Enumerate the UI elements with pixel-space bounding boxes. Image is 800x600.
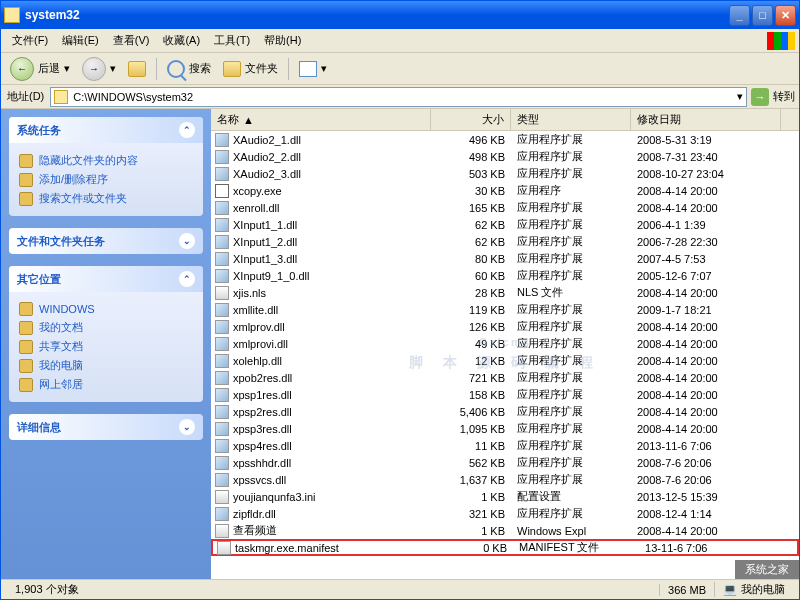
sidebar-panel: 其它位置⌃WINDOWS我的文档共享文档我的电脑网上邻居 — [9, 266, 203, 402]
file-row[interactable]: xpob2res.dll721 KB应用程序扩展2008-4-14 20:00 — [211, 369, 799, 386]
addressbar: 地址(D) ▾ → 转到 — [1, 85, 799, 109]
panel-link[interactable]: 共享文档 — [19, 337, 193, 356]
panel-link[interactable]: 网上邻居 — [19, 375, 193, 394]
column-size[interactable]: 大小 — [431, 109, 511, 130]
panel-title: 文件和文件夹任务 — [17, 234, 105, 249]
file-row[interactable]: xolehlp.dll12 KB应用程序扩展2008-4-14 20:00 — [211, 352, 799, 369]
forward-arrow-icon: → — [82, 57, 106, 81]
address-input[interactable] — [73, 91, 737, 103]
menu-tools[interactable]: 工具(T) — [207, 31, 257, 50]
file-row[interactable]: xpsp3res.dll1,095 KB应用程序扩展2008-4-14 20:0… — [211, 420, 799, 437]
file-type: 应用程序扩展 — [511, 132, 631, 147]
file-name: xmlprovi.dll — [233, 338, 288, 350]
file-name: xpssvcs.dll — [233, 474, 286, 486]
folders-button[interactable]: 文件夹 — [218, 58, 283, 80]
close-button[interactable]: ✕ — [775, 5, 796, 26]
file-name: XAudio2_2.dll — [233, 151, 301, 163]
folder-icon — [54, 90, 68, 104]
back-button[interactable]: ← 后退 ▾ — [5, 54, 75, 84]
up-button[interactable] — [123, 58, 151, 80]
file-row[interactable]: xmllite.dll119 KB应用程序扩展2009-1-7 18:21 — [211, 301, 799, 318]
sidebar-panel: 系统任务⌃隐藏此文件夹的内容添加/删除程序搜索文件或文件夹 — [9, 117, 203, 216]
menu-view[interactable]: 查看(V) — [106, 31, 157, 50]
panel-link[interactable]: 我的电脑 — [19, 356, 193, 375]
window-title: system32 — [25, 8, 729, 22]
link-icon — [19, 378, 33, 392]
separator — [288, 58, 289, 80]
file-name: XInput1_2.dll — [233, 236, 297, 248]
panel-header[interactable]: 文件和文件夹任务⌄ — [9, 228, 203, 254]
panel-link[interactable]: 我的文档 — [19, 318, 193, 337]
file-date: 2008-4-14 20:00 — [631, 321, 781, 333]
address-input-container[interactable]: ▾ — [50, 87, 747, 107]
file-name: xmlprov.dll — [233, 321, 285, 333]
file-type: 应用程序扩展 — [511, 268, 631, 283]
file-row[interactable]: xenroll.dll165 KB应用程序扩展2008-4-14 20:00 — [211, 199, 799, 216]
link-icon — [19, 321, 33, 335]
search-button[interactable]: 搜索 — [162, 57, 216, 81]
file-size: 0 KB — [433, 542, 513, 554]
file-name: xpsp3res.dll — [233, 423, 292, 435]
file-row[interactable]: xpsp1res.dll158 KB应用程序扩展2008-4-14 20:00 — [211, 386, 799, 403]
menu-favorites[interactable]: 收藏(A) — [156, 31, 207, 50]
file-name: xpsp1res.dll — [233, 389, 292, 401]
minimize-button[interactable]: _ — [729, 5, 750, 26]
file-size: 1,637 KB — [431, 474, 511, 486]
file-row[interactable]: xpsp2res.dll5,406 KB应用程序扩展2008-4-14 20:0… — [211, 403, 799, 420]
file-date: 2008-4-14 20:00 — [631, 338, 781, 350]
file-row[interactable]: xpssvcs.dll1,637 KB应用程序扩展2008-7-6 20:06 — [211, 471, 799, 488]
panel-title: 其它位置 — [17, 272, 61, 287]
file-row[interactable]: XAudio2_2.dll498 KB应用程序扩展2008-7-31 23:40 — [211, 148, 799, 165]
column-name[interactable]: 名称 ▲ — [211, 109, 431, 130]
file-row[interactable]: XAudio2_1.dll496 KB应用程序扩展2008-5-31 3:19 — [211, 131, 799, 148]
file-row[interactable]: xcopy.exe30 KB应用程序2008-4-14 20:00 — [211, 182, 799, 199]
file-icon — [215, 167, 229, 181]
file-row[interactable]: XInput1_3.dll80 KB应用程序扩展2007-4-5 7:53 — [211, 250, 799, 267]
go-button[interactable]: → — [751, 88, 769, 106]
menu-edit[interactable]: 编辑(E) — [55, 31, 106, 50]
link-text: 添加/删除程序 — [39, 172, 108, 187]
file-row[interactable]: XAudio2_3.dll503 KB应用程序扩展2008-10-27 23:0… — [211, 165, 799, 182]
file-name: zipfldr.dll — [233, 508, 276, 520]
file-row[interactable]: xjis.nls28 KBNLS 文件2008-4-14 20:00 — [211, 284, 799, 301]
file-type: 应用程序扩展 — [511, 336, 631, 351]
file-row[interactable]: youjianqunfa3.ini1 KB配置设置2013-12-5 15:39 — [211, 488, 799, 505]
file-row[interactable]: xpsshhdr.dll562 KB应用程序扩展2008-7-6 20:06 — [211, 454, 799, 471]
menu-help[interactable]: 帮助(H) — [257, 31, 308, 50]
file-row[interactable]: taskmgr.exe.manifest0 KBMANIFEST 文件 13-1… — [211, 539, 799, 556]
file-row[interactable]: XInput1_1.dll62 KB应用程序扩展2006-4-1 1:39 — [211, 216, 799, 233]
file-row[interactable]: xmlprovi.dll49 KB应用程序扩展2008-4-14 20:00 — [211, 335, 799, 352]
forward-button[interactable]: → ▾ — [77, 54, 121, 84]
file-row[interactable]: XInput9_1_0.dll60 KB应用程序扩展2005-12-6 7:07 — [211, 267, 799, 284]
file-row[interactable]: zipfldr.dll321 KB应用程序扩展2008-12-4 1:14 — [211, 505, 799, 522]
file-row[interactable]: xmlprov.dll126 KB应用程序扩展2008-4-14 20:00 — [211, 318, 799, 335]
file-type: 应用程序扩展 — [511, 353, 631, 368]
panel-header[interactable]: 其它位置⌃ — [9, 266, 203, 292]
file-icon — [215, 490, 229, 504]
panel-header[interactable]: 详细信息⌄ — [9, 414, 203, 440]
panel-link[interactable]: WINDOWS — [19, 300, 193, 318]
menu-file[interactable]: 文件(F) — [5, 31, 55, 50]
panel-link[interactable]: 搜索文件或文件夹 — [19, 189, 193, 208]
dropdown-icon[interactable]: ▾ — [737, 90, 743, 103]
file-type: 应用程序扩展 — [511, 370, 631, 385]
file-type: 应用程序扩展 — [511, 506, 631, 521]
file-name: xjis.nls — [233, 287, 266, 299]
file-list: Gxlcms 脚 本 源 码 编 程 名称 ▲ 大小 类型 修改日期 XAudi… — [211, 109, 799, 579]
maximize-button[interactable]: □ — [752, 5, 773, 26]
file-size: 126 KB — [431, 321, 511, 333]
file-row[interactable]: xpsp4res.dll11 KB应用程序扩展2013-11-6 7:06 — [211, 437, 799, 454]
file-row[interactable]: 查看频道1 KBWindows Expl2008-4-14 20:00 — [211, 522, 799, 539]
file-date: 2008-4-14 20:00 — [631, 423, 781, 435]
back-label: 后退 — [38, 61, 60, 76]
panel-link[interactable]: 添加/删除程序 — [19, 170, 193, 189]
file-name: youjianqunfa3.ini — [233, 491, 316, 503]
views-button[interactable]: ▾ — [294, 58, 332, 80]
panel-header[interactable]: 系统任务⌃ — [9, 117, 203, 143]
file-size: 28 KB — [431, 287, 511, 299]
column-date[interactable]: 修改日期 — [631, 109, 781, 130]
file-name: XAudio2_1.dll — [233, 134, 301, 146]
file-row[interactable]: XInput1_2.dll62 KB应用程序扩展2006-7-28 22:30 — [211, 233, 799, 250]
panel-link[interactable]: 隐藏此文件夹的内容 — [19, 151, 193, 170]
column-type[interactable]: 类型 — [511, 109, 631, 130]
